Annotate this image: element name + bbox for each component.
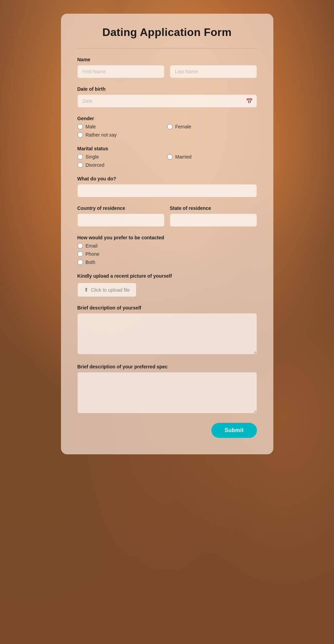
gender-rather-radio[interactable]: [77, 132, 83, 138]
marital-radio-group: Single Married Divorced: [77, 154, 257, 168]
marital-label: Marital status: [77, 146, 257, 151]
country-wrapper: Country of residence: [77, 205, 164, 227]
contact-phone-label: Phone: [86, 251, 99, 257]
location-row: Country of residence State of residence: [77, 205, 257, 227]
name-label: Name: [77, 57, 257, 62]
dob-input[interactable]: [77, 94, 257, 108]
form-title: Dating Application Form: [77, 26, 257, 39]
preferred-spec-label: Brief description of your preferred spec: [77, 364, 257, 369]
marital-section: Marital status Single Married Divorced: [77, 146, 257, 168]
calendar-icon: 📅: [246, 98, 253, 104]
submit-row: Submit: [77, 423, 257, 438]
form-card: Dating Application Form Name Date of bir…: [61, 14, 273, 454]
occupation-section: What do you do?: [77, 176, 257, 197]
marital-single-radio[interactable]: [77, 154, 83, 160]
upload-button[interactable]: ⬆ Click to upload file: [77, 283, 137, 297]
upload-label: Kindly upload a recent picture of yourse…: [77, 273, 257, 279]
name-row: [77, 65, 257, 78]
dob-section: Date of birth 📅: [77, 86, 257, 108]
contact-section: How would you prefer to be contacted Ema…: [77, 235, 257, 265]
gender-radio-group: Male Female Rather not say: [77, 124, 257, 138]
gender-male-label: Male: [86, 124, 96, 129]
gender-female[interactable]: Female: [167, 124, 257, 129]
divider: [77, 48, 257, 49]
occupation-input[interactable]: [77, 184, 257, 197]
upload-icon: ⬆: [84, 287, 88, 293]
contact-both-label: Both: [86, 260, 96, 265]
contact-label: How would you prefer to be contacted: [77, 235, 257, 240]
gender-rather-label: Rather not say: [86, 132, 117, 138]
upload-section: Kindly upload a recent picture of yourse…: [77, 273, 257, 297]
gender-rather-not-say[interactable]: Rather not say: [77, 132, 167, 138]
gender-label: Gender: [77, 116, 257, 121]
preferred-spec-section: Brief description of your preferred spec: [77, 364, 257, 415]
occupation-label: What do you do?: [77, 176, 257, 181]
location-section: Country of residence State of residence: [77, 205, 257, 227]
contact-email-label: Email: [86, 243, 98, 249]
gender-male[interactable]: Male: [77, 124, 167, 129]
contact-radio-group: Email Phone Both: [77, 243, 257, 265]
name-section: Name: [77, 57, 257, 78]
contact-both-radio[interactable]: [77, 260, 83, 265]
marital-single[interactable]: Single: [77, 154, 167, 160]
state-input[interactable]: [170, 214, 257, 227]
marital-divorced[interactable]: Divorced: [77, 162, 167, 168]
gender-section: Gender Male Female Rather not say: [77, 116, 257, 138]
contact-email[interactable]: Email: [77, 243, 257, 249]
gender-male-radio[interactable]: [77, 124, 83, 129]
state-label: State of residence: [170, 205, 257, 211]
contact-email-radio[interactable]: [77, 243, 83, 249]
marital-divorced-label: Divorced: [86, 162, 104, 168]
preferred-spec-textarea[interactable]: [77, 372, 257, 413]
description-section: Brief description of yourself: [77, 305, 257, 356]
marital-divorced-radio[interactable]: [77, 162, 83, 168]
marital-married-label: Married: [175, 154, 191, 160]
first-name-input[interactable]: [77, 65, 164, 78]
contact-both[interactable]: Both: [77, 260, 257, 265]
dob-label: Date of birth: [77, 86, 257, 92]
marital-single-label: Single: [86, 154, 99, 160]
marital-married[interactable]: Married: [167, 154, 257, 160]
gender-female-radio[interactable]: [167, 124, 173, 129]
last-name-input[interactable]: [170, 65, 257, 78]
dob-wrapper: 📅: [77, 94, 257, 108]
gender-female-label: Female: [175, 124, 191, 129]
marital-married-radio[interactable]: [167, 154, 173, 160]
contact-phone[interactable]: Phone: [77, 251, 257, 257]
submit-button[interactable]: Submit: [211, 423, 257, 438]
upload-button-label: Click to upload file: [91, 287, 130, 293]
description-label: Brief description of yourself: [77, 305, 257, 311]
description-textarea[interactable]: [77, 313, 257, 354]
contact-phone-radio[interactable]: [77, 251, 83, 257]
state-wrapper: State of residence: [170, 205, 257, 227]
country-input[interactable]: [77, 214, 164, 227]
country-label: Country of residence: [77, 205, 164, 211]
